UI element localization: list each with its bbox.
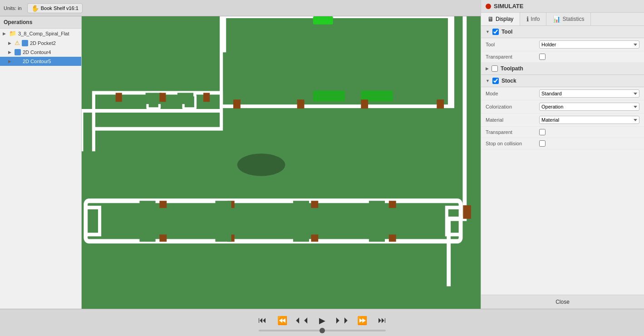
svg-rect-33: [215, 201, 231, 211]
tree-item-label: 3_8_Comp_Spiral_Flat: [18, 31, 69, 36]
stock-transparent-row: Transparent: [481, 127, 644, 138]
tree-item-item-contour4[interactable]: ▶2D Contour4: [0, 48, 81, 57]
svg-rect-2: [221, 16, 226, 52]
svg-rect-34: [293, 201, 309, 211]
svg-rect-40: [463, 205, 471, 219]
progress-thumb[interactable]: [320, 328, 325, 333]
prev-frame-button[interactable]: ⏴⏴: [296, 314, 309, 327]
mode-select[interactable]: Standard Fast Quality: [539, 89, 639, 98]
svg-rect-9: [361, 99, 368, 109]
blue-icon: [15, 49, 21, 55]
svg-rect-15: [146, 93, 162, 104]
toolpath-section-title: Toolpath: [501, 65, 523, 72]
svg-rect-17: [116, 93, 122, 102]
panel-content: ▼ Tool Tool Holder Tool Both Transparent…: [481, 26, 644, 149]
stop-on-collision-row: Stop on collision: [481, 138, 644, 149]
tree-arrow: ▶: [8, 41, 13, 45]
stock-section-arrow: ▼: [486, 79, 490, 83]
tab-statistics[interactable]: 📊 Statistics: [546, 13, 591, 25]
statistics-tab-icon: 📊: [553, 15, 560, 23]
info-tab-label: Info: [531, 16, 540, 22]
tab-info[interactable]: ℹ Info: [520, 13, 546, 25]
bottom-bar: ⏮ ⏪ ⏴⏴ ▶ ⏵⏵ ⏩ ⏭: [0, 309, 644, 336]
statistics-tab-label: Statistics: [562, 16, 584, 22]
toolpath-section-header[interactable]: ▶ Toolpath: [481, 63, 644, 75]
progress-track[interactable]: [259, 330, 386, 331]
svg-rect-26: [311, 201, 318, 208]
stock-transparent-checkbox[interactable]: [539, 129, 546, 135]
right-panel: SIMULATE 🖥 Display ℹ Info 📊 Statistics ▼…: [481, 0, 644, 309]
main-canvas: [82, 16, 481, 309]
svg-rect-10: [437, 99, 444, 109]
colorization-label: Colorization: [486, 104, 536, 109]
stock-section-title: Stock: [501, 78, 516, 84]
svg-rect-24: [159, 201, 167, 208]
svg-rect-27: [389, 201, 396, 208]
book-shelf-button[interactable]: ✋ Book Shelf v16:1: [27, 3, 83, 13]
svg-rect-8: [297, 99, 305, 109]
svg-rect-7: [233, 99, 241, 109]
svg-rect-37: [215, 232, 231, 242]
step-back-button[interactable]: ⏪: [276, 314, 289, 327]
svg-rect-19: [203, 93, 210, 102]
playback-controls: ⏮ ⏪ ⏴⏴ ▶ ⏵⏵ ⏩ ⏭: [256, 314, 388, 327]
tree-item-label: 2D Contour4: [23, 49, 51, 55]
warning-icon: ⚠: [15, 40, 20, 46]
progress-bar-container[interactable]: [259, 330, 386, 331]
stock-section-checkbox[interactable]: [492, 78, 499, 84]
play-button[interactable]: ▶: [316, 314, 329, 327]
skip-to-end-button[interactable]: ⏭: [376, 314, 388, 327]
panel-tabs: 🖥 Display ℹ Info 📊 Statistics: [481, 13, 644, 26]
display-tab-label: Display: [496, 16, 513, 22]
hand-icon: ✋: [31, 5, 39, 12]
display-tab-icon: 🖥: [487, 15, 494, 23]
simulate-status-dot: [486, 4, 491, 9]
stock-section-header[interactable]: ▼ Stock: [481, 75, 644, 87]
simulate-title: SIMULATE: [494, 3, 523, 10]
close-button[interactable]: Close: [481, 295, 644, 309]
svg-rect-4: [313, 90, 345, 101]
tree-item-item-contour5[interactable]: ▶2D Contour5: [0, 57, 81, 66]
units-label: Units: in: [4, 5, 22, 11]
tree-item-item-root[interactable]: ▶📁3_8_Comp_Spiral_Flat: [0, 29, 81, 38]
svg-rect-31: [389, 235, 396, 242]
tool-transparent-row: Transparent: [481, 51, 644, 63]
toolpath-section-arrow: ▶: [486, 66, 489, 71]
tool-select[interactable]: Holder Tool Both: [539, 40, 639, 49]
colorization-prop-row: Colorization Operation Tool Feed rate: [481, 100, 644, 114]
stop-on-collision-label: Stop on collision: [486, 141, 536, 146]
mode-label: Mode: [486, 91, 536, 96]
tool-section-arrow: ▼: [486, 30, 490, 34]
tool-section-header[interactable]: ▼ Tool: [481, 26, 644, 38]
toolpath-svg: [82, 16, 481, 309]
colorization-select[interactable]: Operation Tool Feed rate: [539, 103, 639, 111]
toolpath-section-checkbox[interactable]: [492, 65, 498, 72]
tool-prop-row: Tool Holder Tool Both: [481, 38, 644, 51]
fast-forward-button[interactable]: ⏩: [356, 314, 369, 327]
operations-header: Operations: [0, 16, 81, 29]
tree-arrow: ▶: [8, 59, 13, 64]
svg-rect-32: [139, 201, 155, 211]
book-shelf-label: Book Shelf v16:1: [41, 5, 79, 11]
tree-item-item-pocket2[interactable]: ▶⚠2D Pocket2: [0, 38, 81, 48]
blue-icon: [22, 40, 28, 46]
tool-transparent-label: Transparent: [486, 54, 536, 59]
stop-on-collision-checkbox[interactable]: [539, 140, 546, 147]
svg-rect-16: [177, 93, 193, 104]
tree-item-label: 2D Pocket2: [30, 40, 56, 46]
tree-item-label: 2D Contour5: [23, 59, 51, 64]
next-frame-button[interactable]: ⏵⏵: [336, 314, 349, 327]
svg-rect-39: [369, 232, 385, 242]
blue-icon: [15, 58, 21, 64]
material-label: Material: [486, 117, 536, 123]
mode-prop-row: Mode Standard Fast Quality: [481, 87, 644, 100]
tab-display[interactable]: 🖥 Display: [481, 13, 520, 25]
tool-section-checkbox[interactable]: [492, 29, 499, 35]
svg-rect-28: [159, 235, 167, 242]
material-select[interactable]: Material Custom: [539, 116, 639, 124]
skip-to-start-button[interactable]: ⏮: [256, 314, 269, 327]
svg-rect-38: [293, 232, 309, 242]
tool-label: Tool: [486, 42, 536, 47]
tool-transparent-checkbox[interactable]: [539, 54, 546, 60]
svg-rect-6: [313, 16, 333, 25]
